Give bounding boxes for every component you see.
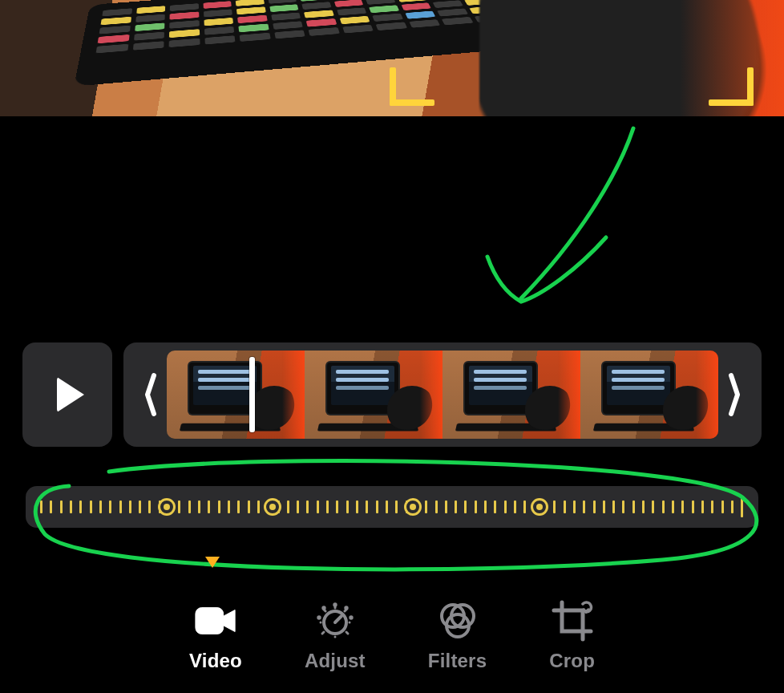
editor-tabbar: Video xyxy=(0,581,784,693)
tab-label: Video xyxy=(189,650,242,672)
tab-video[interactable]: Video xyxy=(189,602,242,672)
video-icon xyxy=(193,602,238,640)
speed-tick xyxy=(248,500,250,513)
crop-corner-bottom-left[interactable] xyxy=(390,59,436,106)
speed-tick xyxy=(148,500,151,513)
speed-tick xyxy=(257,500,260,513)
speed-tick xyxy=(425,500,427,513)
speed-tick xyxy=(119,500,122,513)
filters-icon xyxy=(435,602,480,640)
trim-handle-right[interactable] xyxy=(725,358,744,432)
speed-tick xyxy=(514,500,516,513)
speed-tick xyxy=(297,500,299,513)
speed-tick xyxy=(435,500,438,513)
speed-tick xyxy=(731,500,733,513)
tab-crop[interactable]: Crop xyxy=(549,602,595,672)
speed-tick xyxy=(721,500,724,513)
speed-keyframe[interactable] xyxy=(404,498,422,516)
speed-tick xyxy=(711,500,713,513)
speed-tick xyxy=(504,500,507,513)
speed-tick xyxy=(336,500,338,513)
svg-point-2 xyxy=(334,604,336,606)
svg-point-5 xyxy=(323,607,325,609)
speed-tick xyxy=(70,500,72,513)
speed-tick xyxy=(573,500,576,513)
tab-label: Adjust xyxy=(305,650,366,672)
speed-tick xyxy=(484,500,487,513)
speed-tick xyxy=(346,500,349,513)
speed-tick xyxy=(464,500,467,513)
speed-tick xyxy=(306,500,309,513)
speed-keyframe[interactable] xyxy=(531,498,548,516)
speed-tick xyxy=(395,500,398,513)
speed-tick xyxy=(376,500,378,513)
speed-tick xyxy=(593,500,596,513)
speed-tick xyxy=(99,500,102,513)
svg-point-4 xyxy=(350,617,352,618)
filmstrip-frame xyxy=(167,351,305,439)
speed-tick xyxy=(622,500,624,513)
speed-tick xyxy=(317,500,319,513)
video-preview[interactable] xyxy=(0,0,784,116)
tab-label: Crop xyxy=(549,650,595,672)
speed-tick xyxy=(237,500,240,513)
speed-tick xyxy=(672,500,674,513)
speed-tick xyxy=(326,500,329,513)
crop-corner-bottom-right[interactable] xyxy=(707,59,754,106)
speed-tick xyxy=(603,500,605,513)
speed-keyframe-rail[interactable] xyxy=(26,486,758,528)
svg-point-6 xyxy=(318,617,320,618)
speed-tick xyxy=(188,500,191,513)
speed-tick xyxy=(652,500,654,513)
speed-tick xyxy=(287,500,289,513)
speed-tick xyxy=(523,500,526,513)
speed-tick xyxy=(139,500,141,513)
speed-tick xyxy=(366,500,368,513)
timeline-row xyxy=(22,342,762,447)
speed-tick xyxy=(475,500,477,513)
playhead[interactable] xyxy=(249,357,255,432)
speed-tick xyxy=(109,500,111,513)
speed-tick xyxy=(642,500,645,513)
svg-point-3 xyxy=(346,607,347,609)
speed-tick xyxy=(564,500,566,513)
speed-tick xyxy=(60,500,63,513)
speed-tick xyxy=(632,500,635,513)
active-tab-indicator xyxy=(205,557,220,568)
speed-tick xyxy=(386,500,388,513)
speed-tick xyxy=(583,500,585,513)
speed-tick xyxy=(50,500,52,513)
speed-tick xyxy=(455,500,457,513)
timeline-scrubber[interactable] xyxy=(123,342,762,447)
tab-filters[interactable]: Filters xyxy=(428,602,487,672)
speed-tick xyxy=(218,500,220,513)
clip-filmstrip[interactable] xyxy=(167,351,718,439)
filmstrip-frame xyxy=(443,351,580,439)
speed-tick xyxy=(356,500,358,513)
speed-tick xyxy=(445,500,447,513)
speed-tick xyxy=(553,500,556,513)
speed-tick xyxy=(90,500,92,513)
speed-tick xyxy=(741,496,743,517)
video-editor-root: Video xyxy=(0,0,784,693)
trim-handle-left[interactable] xyxy=(141,358,160,432)
speed-keyframe[interactable] xyxy=(264,498,281,516)
speed-tick xyxy=(40,500,42,513)
speed-tick xyxy=(701,500,704,513)
speed-tick xyxy=(494,500,496,513)
speed-tick xyxy=(178,500,180,513)
tab-adjust[interactable]: Adjust xyxy=(305,602,366,672)
speed-tick xyxy=(662,500,665,513)
speed-keyframe[interactable] xyxy=(158,498,176,516)
filmstrip-frame xyxy=(305,351,443,439)
adjust-icon xyxy=(313,602,358,640)
play-button[interactable] xyxy=(22,342,112,447)
speed-tick xyxy=(79,500,82,513)
speed-tick xyxy=(692,500,694,513)
speed-tick xyxy=(228,500,230,513)
tab-label: Filters xyxy=(428,650,487,672)
speed-tick xyxy=(208,500,210,513)
crop-icon xyxy=(550,602,595,640)
speed-tick xyxy=(612,500,615,513)
svg-rect-0 xyxy=(196,608,224,634)
